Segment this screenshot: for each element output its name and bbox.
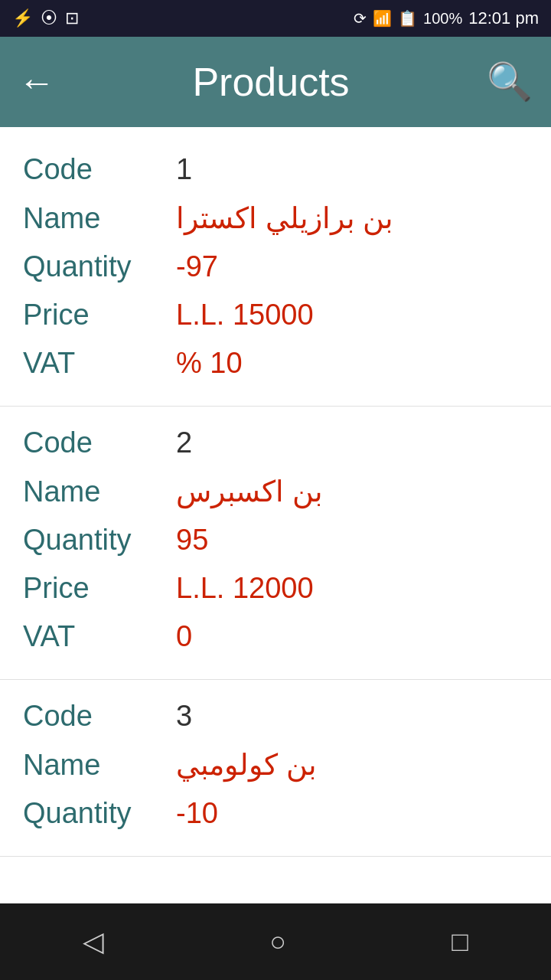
product-item-1: Code 1 Name بن برازيلي اكسترا Quantity -…: [0, 133, 551, 407]
name-label-3: Name: [23, 749, 176, 782]
code-value-3: 3: [176, 700, 192, 733]
product-2-price-row: Price L.L. 12000: [23, 564, 528, 612]
product-1-name-row: Name بن برازيلي اكسترا: [23, 194, 528, 243]
wifi-icon: 📶: [373, 9, 392, 28]
product-1-price-row: Price L.L. 15000: [23, 291, 528, 339]
vat-value-2: 0: [176, 620, 192, 653]
quantity-value-1: -97: [176, 250, 218, 283]
sim-icon: 📋: [398, 9, 417, 28]
status-bar: ⚡ ⦿ ⊡ ⟳ 📶 📋 100% 12:01 pm: [0, 0, 551, 37]
status-bar-right: ⟳ 📶 📋 100% 12:01 pm: [354, 8, 539, 28]
product-item-2: Code 2 Name بن اكسبرس Quantity 95 Price …: [0, 407, 551, 680]
bottom-nav: ◁ ○ □: [0, 903, 551, 980]
price-label-1: Price: [23, 299, 176, 332]
price-value-1: L.L. 15000: [176, 299, 314, 332]
quantity-value-3: -10: [176, 797, 218, 830]
product-item-3: Code 3 Name بن كولومبي Quantity -10: [0, 680, 551, 857]
rotate-icon: ⟳: [354, 9, 367, 28]
vat-value-1: % 10: [176, 347, 243, 380]
product-2-quantity-row: Quantity 95: [23, 516, 528, 564]
name-value-3: بن كولومبي: [176, 748, 317, 782]
app-bar: ← Products 🔍: [0, 37, 551, 127]
quantity-value-2: 95: [176, 524, 208, 557]
code-value-1: 1: [176, 153, 192, 186]
code-label-1: Code: [23, 153, 176, 186]
quantity-label-1: Quantity: [23, 250, 176, 283]
status-time: 12:01 pm: [468, 8, 539, 28]
nav-recent-button[interactable]: □: [429, 918, 491, 965]
product-1-vat-row: VAT % 10: [23, 339, 528, 387]
name-label-1: Name: [23, 202, 176, 235]
code-label-2: Code: [23, 426, 176, 459]
price-label-2: Price: [23, 572, 176, 605]
name-value-2: بن اكسبرس: [176, 475, 323, 508]
product-1-code-row: Code 1: [23, 145, 528, 194]
quantity-label-3: Quantity: [23, 797, 176, 830]
vat-label-1: VAT: [23, 347, 176, 380]
product-2-name-row: Name بن اكسبرس: [23, 467, 528, 516]
code-value-2: 2: [176, 426, 192, 459]
product-1-quantity-row: Quantity -97: [23, 243, 528, 291]
vat-label-2: VAT: [23, 620, 176, 653]
product-3-code-row: Code 3: [23, 692, 528, 740]
bt-icon: ⦿: [41, 8, 57, 28]
product-3-quantity-row: Quantity -10: [23, 789, 528, 838]
price-value-2: L.L. 12000: [176, 572, 314, 605]
usb-icon: ⚡: [12, 8, 33, 28]
product-3-name-row: Name بن كولومبي: [23, 740, 528, 789]
quantity-label-2: Quantity: [23, 524, 176, 557]
nav-back-button[interactable]: ◁: [60, 918, 127, 965]
page-title: Products: [192, 59, 349, 105]
nav-home-button[interactable]: ○: [246, 918, 309, 965]
back-button[interactable]: ←: [18, 61, 55, 103]
product-2-code-row: Code 2: [23, 419, 528, 467]
product-2-vat-row: VAT 0: [23, 612, 528, 661]
code-label-3: Code: [23, 700, 176, 733]
screen-icon: ⊡: [65, 8, 79, 28]
battery-text: 100%: [423, 10, 462, 28]
search-button[interactable]: 🔍: [487, 60, 533, 103]
status-bar-left: ⚡ ⦿ ⊡: [12, 8, 79, 28]
name-label-2: Name: [23, 475, 176, 508]
product-list: Code 1 Name بن برازيلي اكسترا Quantity -…: [0, 127, 551, 903]
name-value-1: بن برازيلي اكسترا: [176, 201, 393, 235]
